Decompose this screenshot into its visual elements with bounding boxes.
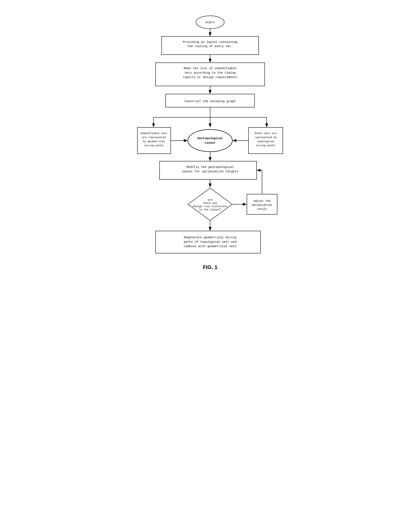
adjust-line3: result [257, 208, 267, 211]
left-box-line4: wiring paths [144, 144, 164, 147]
box2-line1: Make the list of unmodifiable [184, 67, 236, 70]
diamond-line2: there any [203, 202, 217, 205]
diamond-line4: in the layout? [199, 208, 221, 211]
right-box-line4: wiring paths [256, 144, 275, 147]
svg-point-15 [188, 129, 232, 152]
center-oval-line1: Geotopological [197, 137, 223, 140]
box5-line3: combine with geometrical nets [184, 245, 236, 248]
right-box-line3: topological [257, 140, 274, 143]
box5-line1: Regenerate geometrical wiring [184, 236, 236, 239]
diamond-line1: are [208, 198, 212, 202]
box2-line3: reports or design requirements [183, 76, 237, 79]
left-box-line3: by geometrical [143, 140, 165, 143]
figure-label: FIG. 1 [203, 264, 217, 270]
left-box-line1: Unmodifiable nets [140, 132, 167, 135]
center-oval-line2: Layout [204, 141, 215, 145]
box1-line1: Providing an layout containing [183, 40, 237, 44]
left-box-line2: are represented [142, 136, 166, 139]
box2-line2: nets according to the timing [184, 71, 235, 75]
box4-line2: layout for optimization targets [182, 170, 238, 173]
adjust-line2: optimization [252, 203, 272, 207]
page: start Providing an layout containing the… [131, 4, 289, 504]
flowchart-diagram: start Providing an layout containing the… [135, 10, 285, 496]
box3-text: Construct the encoding graph [184, 100, 235, 103]
right-box-line1: Other nets are [255, 132, 277, 135]
adjust-line1: Adjust the [253, 199, 270, 203]
right-box-line2: represented by [255, 136, 277, 139]
diamond-line3: design rule violations [193, 205, 227, 208]
start-label: start [205, 21, 215, 24]
box5-line2: paths of topological nets and [184, 240, 236, 244]
box4-line1: Modifiy the geotopological [186, 165, 233, 169]
box1-line2: the routing of every net. [187, 45, 233, 48]
